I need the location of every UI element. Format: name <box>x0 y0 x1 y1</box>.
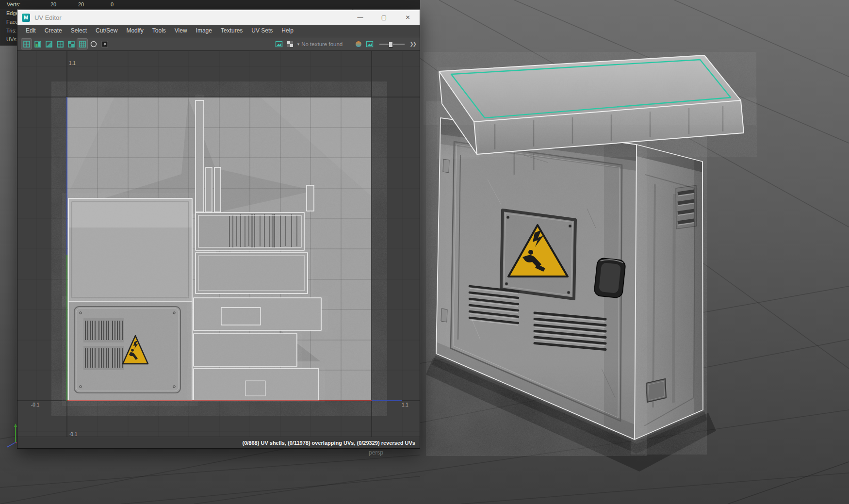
maya-logo-icon: M <box>22 14 30 22</box>
menu-edit[interactable]: Edit <box>21 25 40 37</box>
texture-dropdown-arrow-icon[interactable]: ▾ <box>297 42 300 47</box>
slider-handle[interactable] <box>389 42 393 48</box>
shaded-sphere-icon[interactable] <box>353 39 363 49</box>
uv-shell-strip-tall[interactable] <box>196 100 204 212</box>
uv-checker-tiles-icon[interactable] <box>66 39 76 49</box>
axis-z-line <box>7 442 16 447</box>
uv-canvas[interactable]: 1.1 -0.1 1.1 -0.1 <box>17 51 420 437</box>
menu-image[interactable]: Image <box>192 25 216 37</box>
menu-modify[interactable]: Modify <box>122 25 147 37</box>
texture-image-toggle-icon[interactable] <box>364 39 375 49</box>
menu-help[interactable]: Help <box>277 25 298 37</box>
texture-image-icon[interactable] <box>274 39 284 49</box>
maximize-button[interactable]: ▢ <box>372 10 396 25</box>
uv-shell-band-plain[interactable] <box>196 253 308 293</box>
hud-verts-value-3: 0 <box>111 1 114 7</box>
uv-shell-band-1[interactable] <box>194 298 321 330</box>
camera-label: persp <box>369 449 383 456</box>
minimize-button[interactable]: — <box>348 10 372 25</box>
hud-verts-label: Verts: <box>7 1 20 7</box>
side-vent-grill <box>676 185 697 229</box>
uv-grid-display-icon[interactable] <box>21 39 32 49</box>
menu-tools[interactable]: Tools <box>148 25 170 37</box>
uv-editor-window: M UV Editor — ▢ ✕ Edit Create Select Cut… <box>17 10 420 449</box>
warning-sign-plate <box>501 210 575 299</box>
pixel-snap-icon[interactable] <box>99 39 110 49</box>
heads-up-display-row: Verts: 20 20 0 <box>0 0 420 9</box>
dim-image-icon[interactable] <box>88 39 98 49</box>
hud-verts-value-1: 20 <box>50 1 56 7</box>
window-title-bar[interactable]: M UV Editor — ▢ ✕ <box>17 10 420 25</box>
uv-shell-band-2[interactable] <box>194 334 297 366</box>
close-button[interactable]: ✕ <box>396 10 420 25</box>
door-handle <box>594 258 626 298</box>
hud-tris-label: Tris: <box>0 26 17 35</box>
menu-uv-sets[interactable]: UV Sets <box>247 25 277 37</box>
uv-shell-door-panel[interactable] <box>68 301 192 401</box>
uv-shell-statistics: (0/868) UV shells, (0/11978) overlapping… <box>243 440 415 446</box>
uv-coord-label-bottom-left: -0.1 <box>31 402 40 407</box>
checker-map-icon[interactable] <box>285 39 295 49</box>
uv-coord-label-top: 1.1 <box>69 61 76 66</box>
uv-shell-strip-a[interactable] <box>206 167 212 212</box>
window-title: UV Editor <box>34 14 62 21</box>
uv-status-bar: (0/868) UV shells, (0/11978) overlapping… <box>17 437 420 448</box>
hud-verts-value-2: 20 <box>78 1 84 7</box>
uv-shell-back-panel[interactable] <box>68 198 192 301</box>
side-access-plate <box>646 379 666 402</box>
uv-shell-strip-right[interactable] <box>307 185 314 211</box>
hud-faces-label: Faces: <box>0 17 17 26</box>
uv-texture-borders-icon[interactable] <box>55 39 65 49</box>
menu-cut-sew[interactable]: Cut/Sew <box>91 25 122 37</box>
uv-shell-band-3[interactable] <box>194 369 319 400</box>
maya-application: persp y Verts: 20 20 0 Edges: Faces: Tri… <box>0 0 849 504</box>
uv-shaded-display-icon[interactable] <box>33 39 43 49</box>
hud-edges-label: Edges: <box>0 9 17 17</box>
uv-shell-band-streaked[interactable] <box>196 212 304 250</box>
menu-view[interactable]: View <box>170 25 192 37</box>
uv-distortion-display-icon[interactable] <box>44 39 54 49</box>
expand-toolbar-chevrons-icon[interactable]: ❯❯ <box>409 41 416 47</box>
uv-coord-label-bottom-right: 1.1 <box>402 402 408 407</box>
menu-select[interactable]: Select <box>66 25 91 37</box>
hud-uvs-label: UVs: <box>0 35 17 44</box>
menu-bar: Edit Create Select Cut/Sew Modify Tools … <box>17 25 420 37</box>
uv-grid-snap-icon[interactable] <box>77 39 87 49</box>
uv-canvas-area[interactable]: 1.1 -0.1 1.1 -0.1 <box>17 51 420 437</box>
menu-textures[interactable]: Textures <box>216 25 247 37</box>
uv-shell-strip-b[interactable] <box>214 167 221 212</box>
texture-dropdown-value[interactable]: No texture found <box>301 41 343 47</box>
heads-up-display-column: Edges: Faces: Tris: UVs: <box>0 9 17 46</box>
menu-create[interactable]: Create <box>40 25 66 37</box>
uv-coord-label-below-left: -0.1 <box>69 432 78 437</box>
uv-toolbar: ▾ No texture found ❯❯ <box>17 37 420 51</box>
image-dim-slider[interactable] <box>379 41 405 48</box>
